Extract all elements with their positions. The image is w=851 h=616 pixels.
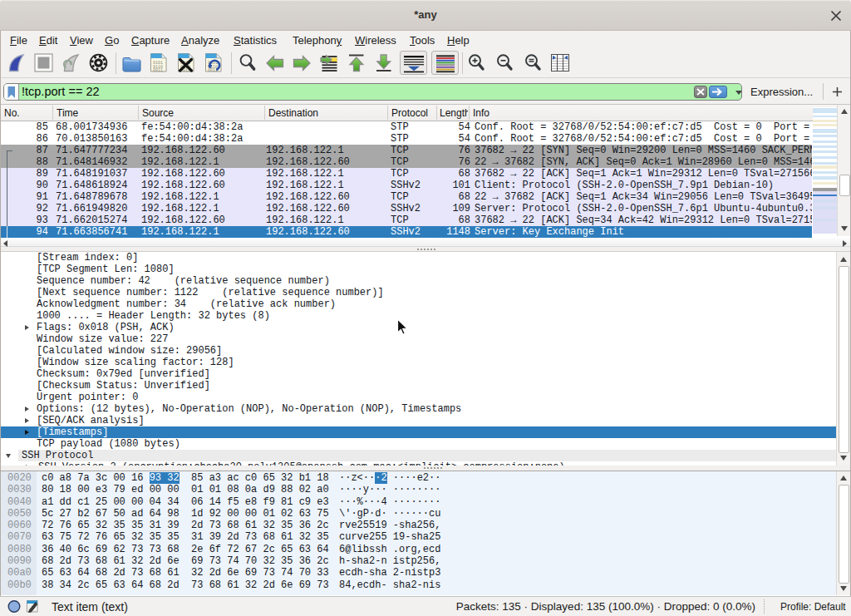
svg-text:0011: 0011: [153, 68, 163, 73]
